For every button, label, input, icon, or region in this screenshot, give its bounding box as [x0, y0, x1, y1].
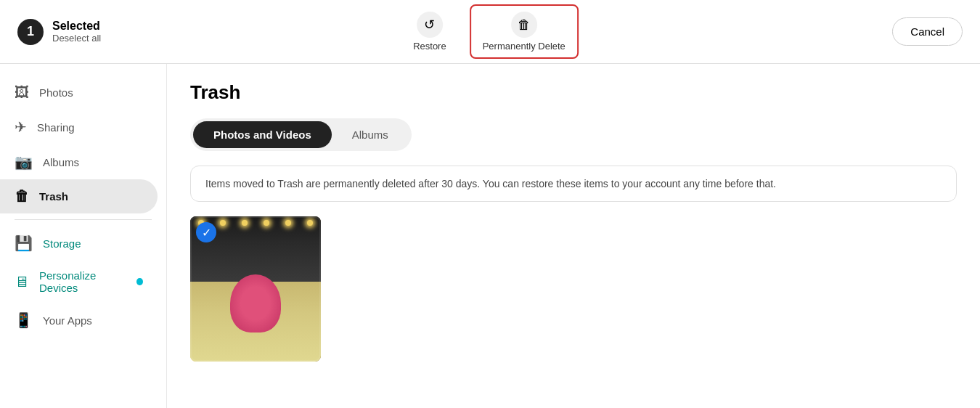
selected-info: Selected Deselect all	[52, 20, 101, 44]
your-apps-icon: 📱	[15, 311, 33, 329]
restore-icon: ↺	[417, 12, 443, 38]
sidebar-photos-label: Photos	[39, 86, 73, 99]
content-area: Trash Photos and Videos Albums Items mov…	[167, 64, 980, 408]
deselect-all-link[interactable]: Deselect all	[52, 33, 101, 44]
selected-label: Selected	[52, 20, 101, 33]
permanently-delete-label: Permanently Delete	[483, 41, 565, 52]
tabs-container: Photos and Videos Albums	[190, 118, 412, 151]
sidebar-item-sharing[interactable]: ✈ Sharing	[0, 110, 158, 144]
sidebar: 🖼 Photos ✈ Sharing 📷 Albums 🗑 Trash 💾 St…	[0, 64, 167, 408]
sidebar-item-albums[interactable]: 📷 Albums	[0, 144, 158, 179]
sidebar-divider	[15, 219, 152, 220]
notification-dot	[136, 278, 143, 285]
photo-grid: ✓	[190, 216, 957, 362]
page-title: Trash	[190, 81, 957, 104]
toolbar: 1 Selected Deselect all ↺ Restore 🗑 Perm…	[0, 0, 980, 64]
selected-count-badge: 1	[17, 19, 44, 45]
info-banner: Items moved to Trash are permanently del…	[190, 166, 957, 202]
storage-icon: 💾	[15, 234, 33, 252]
sidebar-item-storage[interactable]: 💾 Storage	[0, 226, 158, 261]
sidebar-personalize-label: Personalize Devices	[39, 269, 123, 294]
permanently-delete-button[interactable]: 🗑 Permanently Delete	[470, 4, 579, 59]
sidebar-item-personalize[interactable]: 🖥 Personalize Devices	[0, 261, 158, 303]
cancel-button[interactable]: Cancel	[892, 17, 963, 46]
toolbar-actions: ↺ Restore 🗑 Permanently Delete	[401, 4, 579, 59]
photos-icon: 🖼	[15, 84, 29, 101]
restore-label: Restore	[413, 41, 446, 52]
sidebar-item-photos[interactable]: 🖼 Photos	[0, 76, 158, 110]
tab-photos-videos[interactable]: Photos and Videos	[193, 121, 332, 148]
personalize-icon: 🖥	[15, 274, 29, 290]
sidebar-your-apps-label: Your Apps	[43, 314, 92, 327]
sidebar-item-trash[interactable]: 🗑 Trash	[0, 179, 158, 213]
trash-sidebar-icon: 🗑	[15, 188, 29, 205]
main-layout: 🖼 Photos ✈ Sharing 📷 Albums 🗑 Trash 💾 St…	[0, 64, 980, 408]
selection-checkmark: ✓	[196, 222, 216, 242]
photo-item[interactable]: ✓	[190, 216, 321, 362]
sidebar-sharing-label: Sharing	[37, 121, 75, 134]
albums-icon: 📷	[15, 153, 33, 171]
sidebar-storage-label: Storage	[43, 237, 81, 250]
restore-button[interactable]: ↺ Restore	[401, 6, 458, 57]
sharing-icon: ✈	[15, 118, 27, 136]
sidebar-albums-label: Albums	[43, 156, 79, 168]
tab-albums[interactable]: Albums	[332, 121, 409, 148]
sidebar-item-your-apps[interactable]: 📱 Your Apps	[0, 303, 158, 338]
trash-icon: 🗑	[511, 12, 537, 38]
sidebar-trash-label: Trash	[39, 190, 68, 203]
